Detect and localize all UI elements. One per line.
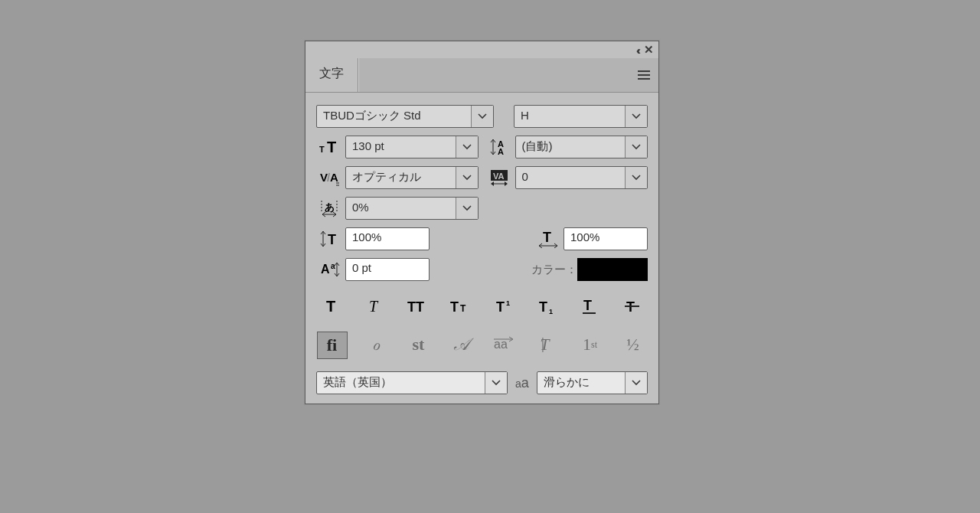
ot-stylistic-button[interactable]: st [404, 332, 433, 358]
svg-text:1: 1 [506, 299, 510, 307]
svg-text:T: T [327, 139, 336, 155]
svg-text:T: T [539, 299, 547, 315]
ot-ornaments-button[interactable]: T| [533, 332, 562, 358]
tab-character[interactable]: 文字 [305, 58, 358, 92]
font-size-icon: TT [316, 139, 345, 155]
language-select[interactable]: 英語（英国） [316, 371, 508, 394]
ot-contextual-button[interactable]: aa [490, 332, 519, 358]
ot-titling-button[interactable]: 𝒜 [447, 332, 476, 358]
chevron-down-icon[interactable] [471, 106, 493, 127]
all-caps-button[interactable]: TT [403, 293, 433, 319]
faux-italic-button[interactable]: T [361, 293, 390, 319]
svg-text:TT: TT [407, 299, 424, 315]
svg-text:T: T [326, 298, 335, 315]
strikethrough-button[interactable]: T [618, 293, 647, 319]
opentype-row: fi ℴ st 𝒜 aa T| 1st ½ [316, 332, 648, 359]
font-style-select[interactable]: H [514, 105, 648, 128]
chevron-down-icon[interactable] [456, 198, 478, 219]
tab-bar: 文字 [305, 58, 658, 93]
svg-text:VA: VA [493, 172, 505, 181]
antialias-select[interactable]: 滑らかに [537, 371, 648, 394]
tsume-icon: あ [316, 199, 345, 217]
svg-text:1: 1 [549, 308, 553, 315]
font-size-value: 130 pt [346, 136, 456, 158]
font-family-select[interactable]: TBUDゴシック Std [316, 105, 494, 128]
color-swatch[interactable] [577, 258, 648, 281]
language-value: 英語（英国） [317, 372, 485, 394]
tab-empty-area [358, 58, 658, 92]
svg-text:T: T [460, 303, 466, 314]
tracking-value: 0 [516, 167, 626, 188]
small-caps-button[interactable]: TT [446, 293, 475, 319]
chevron-down-icon[interactable] [625, 167, 647, 188]
superscript-button[interactable]: T1 [489, 293, 518, 319]
svg-text:A: A [498, 147, 504, 156]
chevron-down-icon[interactable] [456, 136, 478, 158]
collapse-icon[interactable]: ‹‹ [636, 44, 638, 57]
kerning-select[interactable]: オプティカル [345, 166, 479, 189]
chevron-down-icon[interactable] [485, 372, 507, 394]
ot-fractions-button[interactable]: ½ [619, 332, 648, 358]
horizontal-scale-input[interactable]: 100% [564, 227, 648, 250]
text-style-row: T T TT TT T1 T1 T T [316, 293, 648, 319]
chevron-down-icon[interactable] [456, 167, 478, 188]
vertical-scale-input[interactable]: 100% [345, 227, 430, 250]
underline-button[interactable]: T [575, 293, 604, 319]
tsume-select[interactable]: 0% [345, 197, 479, 220]
baseline-shift-icon: Aa [316, 260, 345, 279]
flyout-menu-icon[interactable] [637, 70, 651, 80]
font-style-value: H [514, 106, 625, 127]
close-icon[interactable]: ✕ [644, 43, 654, 57]
leading-value: (自動) [516, 136, 626, 158]
vertical-scale-icon: T [316, 230, 345, 248]
tracking-icon: VA [486, 168, 515, 187]
character-panel: ‹‹ ✕ 文字 TBUDゴシック Std H [305, 41, 659, 404]
svg-text:A: A [330, 171, 338, 184]
antialias-icon: aa [515, 375, 529, 391]
ot-ordinals-button[interactable]: 1st [576, 332, 605, 358]
svg-text:a: a [331, 262, 335, 270]
leading-select[interactable]: (自動) [515, 136, 648, 158]
ot-ligatures-button[interactable]: fi [317, 332, 348, 359]
chevron-down-icon[interactable] [625, 136, 647, 158]
subscript-button[interactable]: T1 [532, 293, 561, 319]
tsume-value: 0% [346, 198, 456, 219]
svg-text:T: T [496, 299, 505, 315]
kerning-icon: V/A [316, 169, 345, 186]
svg-text:あ: あ [325, 201, 335, 213]
svg-text:A: A [321, 263, 330, 276]
horizontal-scale-icon: T [534, 230, 564, 248]
faux-bold-button[interactable]: T [318, 293, 347, 319]
svg-text:T: T [319, 145, 325, 154]
svg-text:T: T [450, 299, 459, 315]
svg-text:T: T [543, 230, 551, 245]
svg-text:aa: aa [494, 338, 508, 351]
panel-body: TBUDゴシック Std H TT 130 pt [305, 93, 658, 404]
chevron-down-icon[interactable] [625, 106, 647, 127]
panel-window-bar: ‹‹ ✕ [305, 41, 658, 58]
svg-text:T: T [328, 232, 336, 247]
font-size-select[interactable]: 130 pt [345, 136, 479, 158]
leading-icon: AA [486, 138, 515, 156]
svg-text:T: T [583, 298, 592, 313]
baseline-shift-input[interactable]: 0 pt [345, 258, 430, 281]
antialias-value: 滑らかに [537, 372, 625, 394]
chevron-down-icon[interactable] [625, 372, 647, 394]
svg-text:T: T [369, 298, 379, 315]
tracking-select[interactable]: 0 [515, 166, 648, 189]
color-label: カラー： [531, 263, 577, 277]
ot-swash-button[interactable]: ℴ [361, 332, 390, 358]
font-family-value: TBUDゴシック Std [317, 106, 471, 127]
kerning-value: オプティカル [346, 167, 456, 188]
